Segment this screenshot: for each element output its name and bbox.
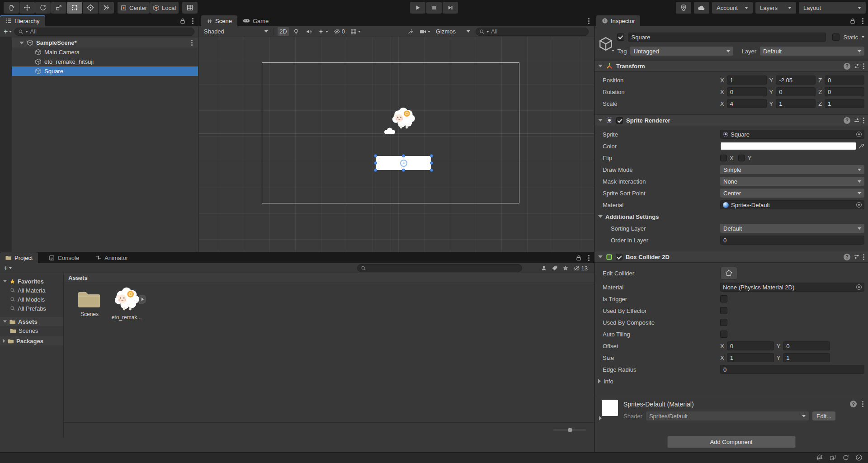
foldout-icon[interactable] — [599, 416, 602, 420]
layout-dropdown[interactable]: Layout — [799, 2, 866, 14]
progress-check-icon[interactable] — [855, 454, 863, 461]
version-control-status-icon[interactable] — [829, 454, 836, 461]
rotation-z-field[interactable] — [825, 87, 864, 96]
scale-x-field[interactable] — [727, 99, 767, 108]
tree-packages[interactable]: Packages — [0, 336, 63, 345]
sort-point-dropdown[interactable]: Center — [720, 189, 864, 198]
foldout-icon[interactable] — [598, 379, 601, 383]
tag-dropdown[interactable]: Untagged — [630, 47, 733, 56]
pause-button[interactable] — [426, 2, 442, 14]
tab-game[interactable]: Game — [237, 15, 274, 26]
kebab-menu-icon[interactable] — [588, 257, 590, 259]
hand-tool-button[interactable] — [4, 2, 19, 14]
foldout-icon[interactable] — [598, 255, 603, 258]
offset-x-field[interactable] — [727, 341, 774, 350]
edit-collider-button[interactable] — [720, 267, 737, 279]
scene-camera-dropdown[interactable] — [418, 27, 432, 36]
tab-hierarchy[interactable]: Hierarchy — [0, 15, 45, 26]
object-picker-icon[interactable] — [856, 284, 862, 290]
project-visibility-button[interactable]: 13 — [573, 265, 588, 272]
move-tool-button[interactable] — [19, 2, 35, 14]
kebab-menu-icon[interactable] — [863, 66, 864, 67]
scene-lighting-button[interactable] — [291, 27, 302, 36]
scene-search-input[interactable]: All — [476, 28, 589, 36]
rect-handle[interactable] — [374, 169, 377, 172]
sr-material-object-field[interactable]: Sprites-Default — [720, 200, 864, 209]
project-add-button[interactable]: + — [4, 264, 12, 272]
bc-material-object-field[interactable]: None (Physics Material 2D) — [720, 283, 864, 292]
additional-settings-row[interactable]: Additional Settings — [594, 212, 864, 221]
rect-handle[interactable] — [430, 161, 433, 165]
shading-mode-dropdown[interactable]: Shaded — [202, 27, 270, 36]
size-x-field[interactable] — [727, 353, 774, 362]
gameobject-name-field[interactable] — [628, 33, 826, 42]
tree-scenes[interactable]: Scenes — [0, 326, 63, 335]
active-checkbox[interactable] — [617, 33, 624, 41]
foldout-icon[interactable] — [19, 42, 24, 44]
foldout-icon[interactable] — [3, 280, 7, 282]
kebab-menu-icon[interactable] — [862, 20, 863, 22]
tab-console[interactable]: Console — [43, 252, 85, 263]
hierarchy-row-square[interactable]: Square — [12, 66, 198, 76]
thumbnail-zoom-slider[interactable] — [553, 430, 586, 430]
project-search-input[interactable] — [357, 264, 522, 272]
add-component-button[interactable]: Add Component — [667, 436, 796, 448]
position-z-field[interactable] — [825, 76, 864, 85]
tab-scene[interactable]: Scene — [201, 15, 237, 26]
rect-handle[interactable] — [430, 154, 433, 157]
play-button[interactable] — [410, 2, 425, 14]
used-by-effector-checkbox[interactable] — [720, 307, 727, 314]
rotation-x-field[interactable] — [727, 87, 767, 96]
foldout-icon[interactable] — [3, 339, 5, 343]
slider-handle[interactable] — [568, 428, 572, 432]
foldout-icon[interactable] — [598, 119, 603, 122]
shader-dropdown[interactable]: Sprites/Default — [646, 411, 809, 420]
tree-all-prefabs[interactable]: All Prefabs — [0, 304, 63, 313]
color-swatch[interactable] — [720, 142, 856, 150]
cloud-sprite[interactable] — [383, 127, 396, 136]
rotation-y-field[interactable] — [776, 87, 816, 96]
grid-snapping-button[interactable] — [182, 2, 198, 14]
asset-item-scenes[interactable]: Scenes — [72, 289, 107, 317]
pivot-handle[interactable] — [400, 160, 407, 167]
pivot-local-button[interactable]: Local — [150, 2, 179, 14]
rect-tool-button[interactable] — [67, 2, 82, 14]
mask-interaction-dropdown[interactable]: None — [720, 177, 864, 186]
transform-tool-button[interactable] — [83, 2, 98, 14]
eyedropper-icon[interactable] — [858, 143, 864, 149]
gizmos-dropdown[interactable]: Gizmos — [434, 27, 472, 36]
presets-icon[interactable] — [854, 117, 860, 123]
kebab-menu-icon[interactable] — [192, 20, 193, 22]
scene-audio-button[interactable] — [303, 27, 314, 36]
custom-tools-button[interactable] — [99, 2, 114, 14]
scene-effects-dropdown[interactable] — [316, 27, 330, 36]
object-picker-icon[interactable] — [856, 202, 862, 208]
tree-all-materials[interactable]: All Materia — [0, 286, 63, 295]
scene-viewport[interactable] — [198, 37, 594, 252]
foldout-icon[interactable] — [598, 215, 603, 218]
used-by-composite-checkbox[interactable] — [720, 319, 727, 326]
rect-handle[interactable] — [374, 154, 377, 157]
pivot-center-button[interactable]: Center — [118, 2, 150, 14]
version-control-button[interactable] — [676, 2, 691, 14]
auto-tiling-checkbox[interactable] — [720, 331, 727, 338]
order-in-layer-field[interactable] — [720, 236, 864, 245]
offset-y-field[interactable] — [783, 341, 830, 350]
scale-tool-button[interactable] — [51, 2, 66, 14]
position-y-field[interactable] — [776, 76, 816, 85]
kebab-menu-icon[interactable] — [588, 20, 590, 22]
tab-project[interactable]: Project — [0, 252, 38, 263]
hierarchy-row-scene[interactable]: SampleScene* — [12, 38, 198, 47]
sprite-renderer-header[interactable]: Sprite Renderer ? — [594, 114, 868, 126]
rotate-tool-button[interactable] — [35, 2, 51, 14]
tree-all-models[interactable]: All Models — [0, 295, 63, 304]
tab-inspector[interactable]: Inspector — [596, 15, 640, 26]
tree-assets[interactable]: Assets — [0, 317, 63, 326]
edge-radius-field[interactable] — [720, 365, 864, 374]
lock-icon[interactable] — [576, 255, 582, 261]
square-sprite-object[interactable] — [376, 156, 431, 170]
info-row[interactable]: Info — [594, 377, 864, 386]
help-icon[interactable]: ? — [844, 63, 850, 70]
rect-handle[interactable] — [374, 161, 377, 165]
scale-z-field[interactable] — [825, 99, 864, 108]
